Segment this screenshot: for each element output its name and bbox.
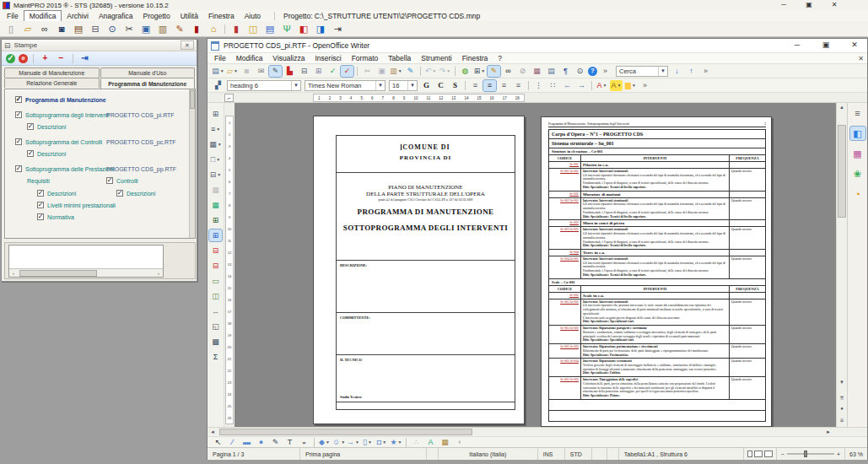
chevron-down-icon[interactable]: ▼ xyxy=(355,440,359,445)
vertical-scrollbar[interactable]: ▲ ▼ ⇈ ● ⇊ xyxy=(836,103,847,427)
chevron-down-icon[interactable]: ▼ xyxy=(341,440,345,445)
redo-icon[interactable]: ↷▼ xyxy=(439,66,451,77)
book-view-icon[interactable] xyxy=(764,451,773,457)
menu-item-tabella[interactable]: Tabella xyxy=(383,53,416,63)
copy-icon[interactable]: ▣ xyxy=(375,66,388,77)
checkbox-controlli-descrizioni[interactable]: ✓ xyxy=(27,150,34,157)
chevron-down-icon[interactable]: ▼ xyxy=(375,81,385,90)
bold-icon[interactable]: G xyxy=(420,80,433,91)
font-name-combobox[interactable]: Times New Roman ▼ xyxy=(305,80,385,91)
maintpro-close-button[interactable]: ✕ xyxy=(828,0,840,9)
align-right-icon[interactable]: ≡ xyxy=(498,80,510,91)
find-binoculars-icon[interactable]: ∞ xyxy=(37,23,52,35)
chevron-down-icon[interactable]: ▼ xyxy=(446,69,450,73)
chevron-down-icon[interactable]: ▼ xyxy=(216,127,220,132)
status-selection-mode[interactable]: STD xyxy=(565,448,592,460)
help-icon[interactable]: ? xyxy=(588,67,597,76)
checkbox-normativa[interactable]: ✓ xyxy=(37,213,44,220)
basic-shapes-icon[interactable]: ◆▼ xyxy=(318,437,331,448)
navigator-icon[interactable]: ◔ xyxy=(850,187,865,201)
archive-book-icon[interactable]: ▮ xyxy=(189,23,204,35)
nonprinting-chars-icon[interactable]: ¶ xyxy=(559,66,572,77)
save-icon[interactable]: ◙ xyxy=(240,66,253,77)
checkbox-livelli[interactable]: ✓ xyxy=(37,202,44,208)
edit-page-icon[interactable]: ▤ xyxy=(262,23,278,35)
font-color-icon[interactable]: A▼ xyxy=(596,80,608,91)
edit-file-icon[interactable]: ✎ xyxy=(269,66,282,77)
align-center-icon[interactable]: ≡ xyxy=(483,80,496,91)
table-icon[interactable]: ⊞▼ xyxy=(473,66,486,77)
confirm-button[interactable]: ✓ xyxy=(6,54,15,63)
open-folder-icon[interactable]: ▱ xyxy=(20,23,35,35)
from-file-icon[interactable]: ▦ xyxy=(439,437,451,448)
menu-item-formato[interactable]: Formato xyxy=(347,53,384,63)
properties-icon[interactable]: ◧ xyxy=(850,127,865,140)
line-icon[interactable]: ∕ xyxy=(226,437,239,448)
delete-column-icon[interactable]: ⊟ xyxy=(209,260,222,272)
freeform-line-icon[interactable]: ✎ xyxy=(269,437,282,448)
writer-minimize-button[interactable]: ─ xyxy=(790,40,804,51)
preview-hscrollbar[interactable]: ‹ › xyxy=(9,268,163,277)
menu-item-?[interactable]: ? xyxy=(493,53,507,63)
tree-icon[interactable]: Ψ xyxy=(279,23,294,35)
copy-icon[interactable]: ▣ xyxy=(138,23,154,35)
scroll-right-icon[interactable]: › xyxy=(154,271,163,276)
align-justify-icon[interactable]: ≡ xyxy=(512,80,525,91)
pdf-export-icon[interactable]: ▙ xyxy=(283,66,296,77)
menu-item-visualizza[interactable]: Visualizza xyxy=(267,53,310,63)
highlight-color-icon[interactable]: A▼ xyxy=(610,80,623,91)
checkbox-prestazioni[interactable]: ✓ xyxy=(15,165,22,172)
status-doc-modified[interactable] xyxy=(592,448,607,460)
italic-icon[interactable]: C xyxy=(434,80,447,91)
menu-item-inserisci[interactable]: Inserisci xyxy=(310,53,346,63)
preview-scroll-thumb[interactable] xyxy=(19,270,97,277)
ellipse-icon[interactable]: ● xyxy=(255,437,267,448)
chevron-down-icon[interactable]: ▼ xyxy=(217,173,221,177)
maintpro-minimize-button[interactable]: ─ xyxy=(778,0,790,9)
view-layout-buttons[interactable] xyxy=(744,448,777,460)
zoom-icon[interactable]: ⊙ xyxy=(574,66,586,77)
chevron-down-icon[interactable]: ▼ xyxy=(658,67,667,76)
document-page-1[interactable]: COMUNE DI PROVINCIA DI PIANO DI MANUTENZ… xyxy=(313,116,525,424)
menu-item-modifica[interactable]: Modifica xyxy=(231,53,268,63)
chevron-down-icon[interactable]: ▼ xyxy=(218,143,222,147)
status-insert-mode[interactable]: INS xyxy=(538,448,565,460)
underline-icon[interactable]: S xyxy=(449,80,461,91)
font-size-combobox[interactable]: 16 ▼ xyxy=(389,80,418,91)
background-color-icon[interactable]: ▆▼ xyxy=(624,80,637,91)
remove-button[interactable]: − xyxy=(55,53,67,64)
gallery-icon[interactable]: ▦ xyxy=(850,147,865,160)
scroll-right-icon[interactable]: ► xyxy=(823,428,833,436)
numbered-list-icon[interactable]: ⋮ xyxy=(532,80,545,91)
scroll-up-icon[interactable]: ▲ xyxy=(837,103,847,111)
print-icon[interactable]: ⊟ xyxy=(88,23,103,35)
menu-item-finestra[interactable]: Finestra xyxy=(457,53,493,63)
find-next-icon[interactable]: ↓ xyxy=(671,66,683,77)
merge-cells-icon[interactable]: ▭ xyxy=(209,275,222,287)
zoom-knob[interactable] xyxy=(804,451,807,457)
draw-functions-icon[interactable]: ✎ xyxy=(488,66,500,77)
menu-item-archivi[interactable]: Archivi xyxy=(62,11,94,21)
checkbox-interventi-descrizioni[interactable]: ✓ xyxy=(27,123,34,130)
menu-item-progetto[interactable]: Progetto xyxy=(138,11,175,21)
checkbox-controlli-col-descrizioni[interactable]: ✓ xyxy=(116,190,123,197)
insert-column-icon[interactable]: ⊞ xyxy=(209,229,222,241)
spellcheck-icon[interactable]: ✓ xyxy=(326,66,339,77)
exit-icon[interactable]: ⇥ xyxy=(330,23,345,35)
cds-paint-icon[interactable]: ◧ xyxy=(296,23,311,35)
insert-row-icon[interactable]: ⊞ xyxy=(209,214,222,226)
preview-scroll-track[interactable] xyxy=(18,270,154,277)
chevron-down-icon[interactable]: ▼ xyxy=(407,81,417,90)
chevron-down-icon[interactable]: ▼ xyxy=(432,69,436,73)
zoom-track[interactable] xyxy=(787,453,834,455)
tab-relazione-generale[interactable]: Relazione Generale xyxy=(4,78,100,88)
zoom-in-icon[interactable]: + xyxy=(837,451,840,457)
insert-table-icon[interactable]: ⊞ xyxy=(209,108,222,120)
chevron-down-icon[interactable]: ▼ xyxy=(234,69,238,73)
checkbox-controlli-col[interactable]: ✓ xyxy=(106,177,113,184)
checkbox-requisiti-descrizioni[interactable]: ✓ xyxy=(37,190,44,197)
document-close-icon[interactable]: ✕ xyxy=(858,55,864,62)
extrusion-icon[interactable]: ◖ xyxy=(453,437,466,448)
sidebar-settings-icon[interactable]: ≡ xyxy=(850,106,865,120)
panel-scrollbar[interactable] xyxy=(189,89,195,238)
